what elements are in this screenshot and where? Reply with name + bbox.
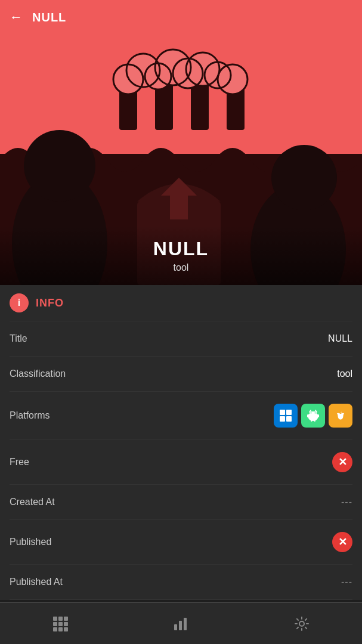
header-title: NULL [32,11,66,24]
svg-rect-54 [184,618,187,630]
title-key: Title [10,333,27,344]
svg-point-4 [24,130,95,202]
published-key: Published [10,537,51,547]
created-at-key: Created At [10,497,55,507]
platforms-key: Platforms [10,410,50,421]
svg-rect-50 [58,627,63,631]
free-row: Free ✕ [10,440,352,485]
svg-rect-28 [280,410,285,415]
windows-icon [274,404,298,428]
classification-row: Classification tool [10,357,352,392]
svg-rect-42 [314,419,316,422]
bottom-nav [0,602,362,644]
svg-rect-31 [286,416,292,422]
classification-key: Classification [10,369,66,379]
svg-rect-47 [58,622,63,626]
svg-rect-48 [64,622,68,626]
svg-rect-51 [64,627,68,631]
svg-rect-45 [64,617,68,621]
hero-title: NULL [12,238,350,260]
svg-rect-43 [53,617,57,621]
svg-rect-53 [179,621,182,630]
platform-icons [274,404,352,428]
header: ← NULL [0,0,362,35]
hero-overlay: NULL tool [0,226,362,285]
info-section-label: INFO [36,297,64,309]
published-x-badge: ✕ [332,532,352,552]
svg-rect-44 [58,617,63,621]
info-icon: i [10,293,29,312]
info-section: i INFO Title NULL Classification tool Pl… [0,285,362,600]
created-at-row: Created At --- [10,485,352,520]
published-row: Published ✕ [10,520,352,565]
svg-rect-49 [53,627,57,631]
published-at-value: --- [341,577,352,587]
svg-rect-40 [318,414,320,417]
platforms-row: Platforms [10,392,352,440]
title-value: NULL [328,333,352,344]
hero-image: NULL tool [0,35,362,285]
published-at-key: Published At [10,577,63,587]
svg-rect-30 [280,416,285,422]
free-x-badge: ✕ [332,452,352,472]
svg-point-35 [311,413,312,414]
created-at-value: --- [341,497,352,507]
hero-subtitle: tool [12,262,350,273]
published-at-row: Published At --- [10,565,352,600]
nav-settings[interactable] [287,609,317,639]
svg-point-6 [271,145,337,210]
apple-icon [329,404,352,428]
free-key: Free [10,457,29,467]
classification-value: tool [337,369,352,379]
svg-point-55 [299,621,304,626]
title-row: Title NULL [10,321,352,357]
svg-rect-41 [311,419,313,422]
svg-rect-39 [307,414,309,417]
svg-rect-46 [53,622,57,626]
nav-grid[interactable] [45,609,75,639]
back-button[interactable]: ← [10,10,23,25]
svg-rect-29 [286,410,292,415]
svg-rect-52 [174,624,177,630]
svg-point-36 [315,413,316,414]
nav-chart[interactable] [166,609,196,639]
info-header: i INFO [10,285,352,321]
android-icon [301,404,325,428]
